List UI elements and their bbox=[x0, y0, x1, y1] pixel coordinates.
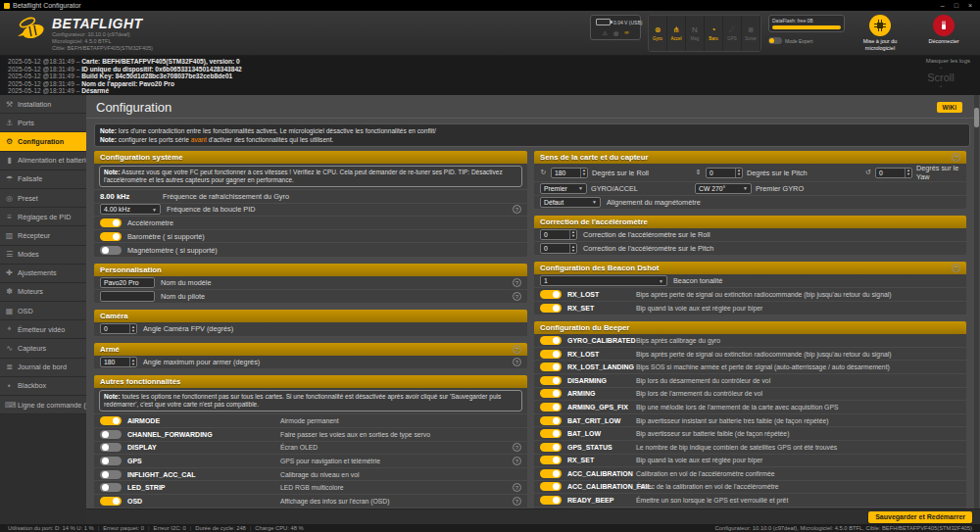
sidebar-item-configuration[interactable]: ⚙Configuration bbox=[0, 132, 86, 151]
sidebar-item-ports[interactable]: ⚓Ports bbox=[0, 114, 86, 132]
help-icon[interactable]: ? bbox=[513, 345, 521, 354]
toggle-off[interactable] bbox=[100, 457, 122, 465]
sidebar-item-preset[interactable]: ◎Preset bbox=[0, 189, 86, 208]
text-input[interactable]: Pavo20 Pro bbox=[100, 277, 155, 288]
select-dropdown[interactable]: Premier▼ bbox=[540, 183, 587, 194]
save-reboot-button[interactable]: Sauvegarder et Redémarrer bbox=[868, 511, 972, 523]
sidebar-item-modes[interactable]: ☰Modes bbox=[0, 246, 86, 265]
help-icon[interactable]: ? bbox=[513, 457, 521, 465]
number-stepper[interactable]: 0▲▼ bbox=[540, 243, 577, 254]
disconnect-button[interactable]: Déconnecter bbox=[915, 15, 972, 45]
stepper-arrows[interactable]: ▲▼ bbox=[129, 358, 136, 366]
sidebar-item-installation[interactable]: ⚒Installation bbox=[0, 95, 86, 114]
help-icon[interactable]: ? bbox=[513, 483, 521, 492]
sidebar-item-r-glages-de-pid[interactable]: ≡Réglages de PID bbox=[0, 208, 86, 226]
firmware-update-button[interactable]: Mise à jour du micrologiciel bbox=[852, 15, 908, 51]
number-stepper[interactable]: 0▲▼ bbox=[540, 229, 577, 240]
stepper-arrows[interactable]: ▲▼ bbox=[569, 244, 576, 253]
toggle-on[interactable] bbox=[100, 218, 122, 227]
stepper-arrows[interactable]: ▲▼ bbox=[569, 230, 576, 239]
number-stepper[interactable]: 180▲▼ bbox=[100, 357, 137, 367]
toggle-on[interactable] bbox=[540, 429, 562, 438]
sidebar-item-alimentation-et-batterie[interactable]: ▮Alimentation et batterie bbox=[0, 152, 86, 170]
row-feature: RX_LOST_LANDINGBips SOS si machine armée… bbox=[534, 361, 966, 374]
number-stepper[interactable]: 0▲▼ bbox=[706, 168, 743, 178]
sidebar-item-r-cepteur[interactable]: ▥Récepteur bbox=[0, 226, 86, 245]
hide-logs-link[interactable]: Masquer les logs bbox=[926, 58, 970, 64]
toggle-on[interactable] bbox=[540, 456, 562, 464]
scroll-down-icon[interactable]: ⌄ bbox=[911, 83, 970, 88]
help-icon[interactable]: ? bbox=[513, 443, 521, 452]
toggle-off[interactable] bbox=[100, 443, 122, 452]
stepper-arrows[interactable]: ▲▼ bbox=[905, 169, 911, 177]
sidebar-item--metteur-vid-o[interactable]: ⌖Émetteur vidéo bbox=[0, 320, 86, 339]
feature-description: Bips après calibrage du gyro bbox=[636, 337, 960, 344]
number-stepper[interactable]: 0▲▼ bbox=[875, 168, 912, 178]
wiki-button[interactable]: WiKi bbox=[937, 102, 962, 113]
sidebar-item-osd[interactable]: ▦OSD bbox=[0, 302, 86, 320]
help-icon[interactable]: ? bbox=[952, 153, 960, 162]
stepper-arrows[interactable]: ▲▼ bbox=[580, 169, 587, 177]
toggle-on[interactable] bbox=[540, 469, 562, 478]
toggle-on[interactable] bbox=[540, 416, 562, 425]
help-icon[interactable]: ? bbox=[513, 497, 521, 506]
toggle-on[interactable] bbox=[540, 482, 562, 491]
maximize-button[interactable]: □ bbox=[955, 2, 958, 9]
feature-name: ACC_CALIBRATION bbox=[567, 470, 630, 477]
toggle-off[interactable] bbox=[100, 483, 122, 492]
sidebar-item-ligne-de-commande-cli-[interactable]: ⌨Ligne de commande (CLI) bbox=[0, 396, 86, 414]
stepper-arrows[interactable]: ▲▼ bbox=[129, 324, 136, 333]
select-dropdown[interactable]: 4.00 kHz▼ bbox=[100, 204, 161, 215]
log-scroll-control[interactable]: ⌃ Scroll ⌄ bbox=[911, 68, 970, 88]
app-icon bbox=[4, 3, 10, 9]
toggle-off[interactable] bbox=[100, 430, 122, 439]
toggle-on[interactable] bbox=[540, 443, 562, 452]
help-icon[interactable]: ? bbox=[513, 278, 521, 287]
sidebar-item-blackbox[interactable]: ▪Blackbox bbox=[0, 377, 86, 396]
toggle-off[interactable] bbox=[100, 246, 122, 255]
select-dropdown[interactable]: 1▼ bbox=[540, 275, 667, 286]
toggle-on[interactable] bbox=[540, 336, 562, 345]
expert-mode-toggle[interactable] bbox=[768, 37, 782, 44]
toggle-on[interactable] bbox=[100, 232, 122, 241]
toggle-on[interactable] bbox=[540, 496, 562, 505]
section-header: Armé? bbox=[94, 343, 527, 356]
minimize-button[interactable]: – bbox=[941, 2, 945, 9]
select-dropdown[interactable]: CW 270°▼ bbox=[695, 183, 752, 194]
close-button[interactable]: × bbox=[968, 2, 972, 9]
sidebar-item-failsafe[interactable]: ☂Failsafe bbox=[0, 170, 86, 189]
sidebar-item-capteurs[interactable]: ∿Capteurs bbox=[0, 339, 86, 358]
number-stepper[interactable]: 180▲▼ bbox=[551, 168, 588, 178]
toggle-on[interactable] bbox=[540, 350, 562, 359]
text-input[interactable] bbox=[100, 291, 155, 302]
sidebar-item-journal-de-bord[interactable]: ≣Journal de bord bbox=[0, 359, 86, 377]
content-scrollbar[interactable] bbox=[974, 95, 979, 508]
help-icon[interactable]: ? bbox=[952, 264, 960, 272]
toggle-on[interactable] bbox=[100, 416, 122, 425]
row-number: 0▲▼Correction de l'accéléromètre sur le … bbox=[534, 228, 966, 242]
toggle-on[interactable] bbox=[540, 376, 562, 385]
number-stepper[interactable]: 0▲▼ bbox=[100, 323, 137, 334]
toggle-on[interactable] bbox=[540, 304, 562, 313]
section-header: Caméra bbox=[94, 310, 527, 322]
stepper-arrows[interactable]: ▲▼ bbox=[735, 169, 742, 177]
toggle-on[interactable] bbox=[540, 403, 562, 411]
toggle-off[interactable] bbox=[100, 470, 122, 479]
toggle-on[interactable] bbox=[540, 290, 562, 299]
sidebar-item-ajustements[interactable]: ✚Ajustements bbox=[0, 265, 86, 283]
scrollbar-thumb[interactable] bbox=[974, 108, 979, 127]
section-personnalisation: PersonnalisationPavo20 ProNom du modèle?… bbox=[94, 264, 527, 303]
toggle-on[interactable] bbox=[540, 363, 562, 371]
toggle-on[interactable] bbox=[540, 389, 562, 398]
section-title: Configuration des Beacon Dshot bbox=[540, 264, 659, 272]
chevron-down-icon: ▼ bbox=[578, 185, 583, 191]
help-icon[interactable]: ? bbox=[513, 205, 521, 214]
select-dropdown[interactable]: Défaut▼ bbox=[540, 197, 601, 208]
section-title: Personnalisation bbox=[100, 266, 162, 274]
help-icon[interactable]: ? bbox=[513, 358, 521, 366]
sidebar-item-moteurs[interactable]: ✽Moteurs bbox=[0, 283, 86, 302]
sensor-gps: ☄GPS bbox=[723, 16, 742, 51]
select-value: CW 270° bbox=[699, 185, 725, 192]
help-icon[interactable]: ? bbox=[513, 292, 521, 301]
toggle-on[interactable] bbox=[100, 497, 122, 506]
